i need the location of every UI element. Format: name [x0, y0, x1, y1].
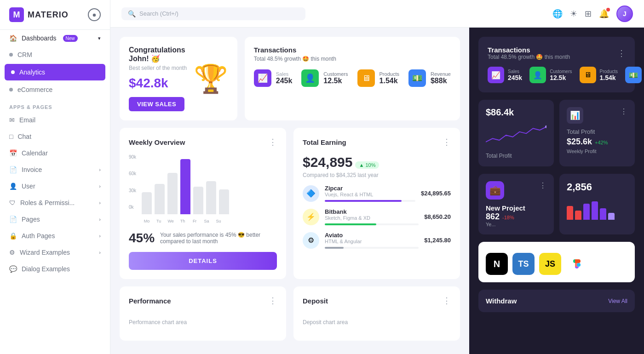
- calendar-label: Calendar: [22, 149, 48, 157]
- deposit-title: Deposit: [303, 297, 328, 305]
- weekly-percentage: 45%: [129, 231, 155, 246]
- earning-comparison: Compared to $84,325 last year: [303, 172, 451, 178]
- performance-content: Performance chart area: [129, 313, 277, 331]
- sidebar-item-analytics[interactable]: Analytics: [5, 64, 105, 80]
- deposit-header: Deposit ⋮: [303, 296, 451, 306]
- sidebar-item-pages[interactable]: 📄 Pages ›: [0, 211, 110, 228]
- recording-icon[interactable]: ⏺: [88, 8, 101, 21]
- chevron-right-icon: ›: [99, 200, 101, 206]
- weekly-overview-card: Weekly Overview ⋮ 90k 60k 30k 0k: [120, 128, 286, 279]
- content-right: Transactions Total 48.5% growth 🤩 this m…: [469, 28, 644, 354]
- earning-item-zipcar: 🔷 Zipcar Vuejs, React & HTML $24,895.65: [303, 185, 451, 202]
- products-value: 1.54k: [380, 77, 399, 85]
- deposit-card: Deposit ⋮ Deposit chart area: [293, 286, 460, 341]
- sidebar-item-chat[interactable]: □ Chat: [0, 128, 110, 145]
- bitbank-progress: [325, 223, 419, 225]
- more-options-icon[interactable]: ⋮: [539, 181, 546, 190]
- dark-sales-icon: 📈: [488, 67, 504, 83]
- email-icon: ✉: [9, 116, 15, 124]
- sidebar-item-wizard[interactable]: ⚙ Wizard Examples ›: [0, 244, 110, 261]
- earning-header: Total Earning ⋮: [303, 137, 451, 147]
- search-bar[interactable]: 🔍 Search (Ctrl+/): [121, 7, 305, 20]
- user-icon: 👤: [9, 183, 17, 190]
- figma-logo: [566, 253, 588, 275]
- aviato-progress: [325, 247, 419, 249]
- more-options-icon[interactable]: ⋮: [269, 137, 277, 147]
- dot-icon: [9, 88, 13, 91]
- zipcar-info: Zipcar Vuejs, React & HTML: [325, 185, 415, 202]
- chat-icon: □: [9, 133, 13, 140]
- more-options-icon[interactable]: ⋮: [443, 137, 451, 147]
- sidebar-item-crm[interactable]: CRM: [0, 46, 110, 63]
- mini-bar-4: [592, 201, 598, 220]
- dot-icon: [11, 70, 15, 74]
- zipcar-icon: 🔷: [303, 185, 319, 202]
- dark-products-icon: 🖥: [580, 67, 596, 83]
- sidebar-item-auth[interactable]: 🔒 Auth Pages ›: [0, 228, 110, 244]
- weekly-profit-content: Total Profit $25.6k +42% Weekly Profit: [567, 128, 627, 154]
- sidebar-item-dialog[interactable]: 💬 Dialog Examples: [0, 261, 110, 277]
- bar-su: [219, 189, 229, 214]
- deposit-content: Deposit chart area: [303, 313, 451, 331]
- more-options-icon[interactable]: ⋮: [269, 296, 277, 306]
- withdraw-title: Withdraw: [486, 297, 517, 305]
- bitbank-icon: ⚡: [303, 209, 319, 225]
- view-all-button[interactable]: View All: [608, 298, 627, 304]
- trophy-icon: 🏆: [194, 63, 228, 95]
- sidebar-item-dashboards[interactable]: 🏠 Dashboards New ▾: [0, 30, 110, 46]
- invoice-icon: 📄: [9, 166, 17, 173]
- label-we: We: [166, 219, 176, 223]
- home-icon: 🏠: [9, 34, 17, 42]
- invoice-label: Invoice: [22, 166, 42, 173]
- auth-label: Auth Pages: [22, 232, 55, 240]
- more-options-icon[interactable]: ⋮: [617, 48, 626, 58]
- sparkline-chart: [486, 121, 546, 149]
- dark-products-value: 1.54k: [600, 74, 618, 81]
- label-th: Th: [178, 219, 188, 223]
- withdraw-header: Withdraw View All: [486, 297, 627, 305]
- more-options-icon[interactable]: ⋮: [620, 107, 627, 116]
- grid-icon[interactable]: ⊞: [585, 9, 592, 19]
- logo-icon: M: [9, 7, 24, 22]
- bar-value: [142, 192, 152, 214]
- sales-label: Sales: [276, 71, 293, 77]
- dark-metric-products: 🖥 Products 1.54k: [580, 67, 618, 83]
- search-placeholder: Search (Ctrl+/): [139, 10, 178, 17]
- brightness-icon[interactable]: ☀: [570, 9, 577, 19]
- sidebar-item-ecommerce[interactable]: eCommerce: [0, 81, 110, 98]
- more-options-icon[interactable]: ⋮: [443, 296, 451, 306]
- section-apps-pages: APPS & PAGES: [0, 98, 110, 112]
- sidebar-item-user[interactable]: 👤 User ›: [0, 178, 110, 194]
- new-project-card: 💼 ⋮ New Project 862 -18% Ye...: [478, 174, 554, 234]
- dark-customers-value: 12.5k: [550, 74, 572, 81]
- revenue-icon: 💵: [408, 69, 426, 87]
- content-area: Congratulations John! 🥳 Best seller of t…: [110, 28, 644, 354]
- bar-fr: [193, 187, 203, 214]
- bar-tu: [155, 184, 165, 214]
- congrats-subtitle: Best seller of the month: [129, 65, 189, 71]
- metric-customers: 👤 Customers 12.5k: [301, 69, 348, 87]
- details-button[interactable]: DETAILS: [129, 252, 277, 270]
- weekly-profit-amount-row: $25.6k +42%: [567, 137, 627, 147]
- zipcar-progress: [325, 200, 415, 202]
- bitbank-info: Bitbank Sketch, Figma & XD: [325, 208, 419, 225]
- sidebar-item-roles[interactable]: 🛡 Roles & Permissi... ›: [0, 194, 110, 211]
- sales-value: 245k: [276, 77, 293, 85]
- sidebar-item-invoice[interactable]: 📄 Invoice ›: [0, 161, 110, 178]
- sidebar-item-email[interactable]: ✉ Email: [0, 112, 110, 128]
- dark-sales-label: Sales: [508, 69, 522, 74]
- big-number: 2,856: [567, 181, 627, 193]
- aviato-amount: $1,245.80: [424, 237, 451, 244]
- tech-logos: N TS JS: [486, 253, 627, 275]
- earning-amount: $24,895: [303, 154, 352, 170]
- avatar[interactable]: J: [616, 6, 633, 22]
- sidebar-item-calendar[interactable]: 📅 Calendar: [0, 145, 110, 161]
- pages-label: Pages: [22, 216, 40, 223]
- weekly-header: Weekly Overview ⋮: [129, 137, 277, 147]
- aviato-icon: ⚙: [303, 232, 319, 249]
- weekly-profit-badge: +42%: [595, 140, 608, 145]
- revenue-label: Revenue: [431, 71, 451, 77]
- bell-icon[interactable]: 🔔: [599, 9, 609, 19]
- translate-icon[interactable]: 🌐: [552, 9, 563, 19]
- view-sales-button[interactable]: VIEW SALES: [129, 97, 184, 111]
